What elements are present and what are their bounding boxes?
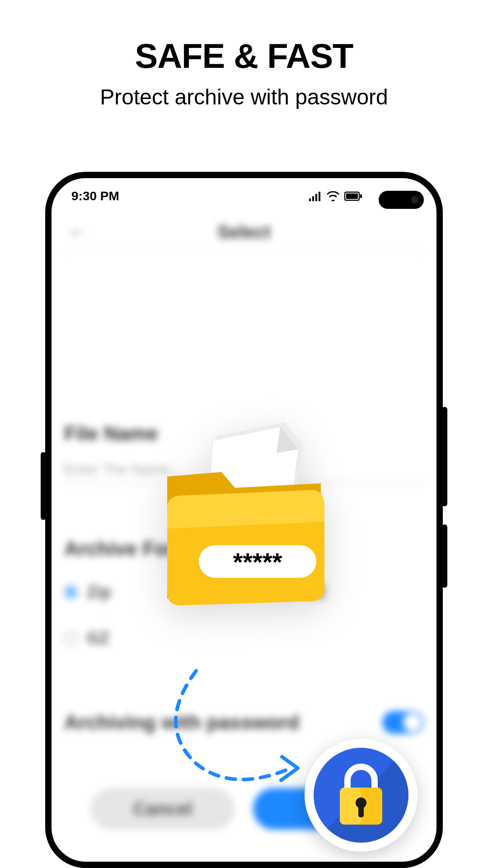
lock-badge [305,739,418,852]
wifi-icon [326,191,340,201]
svg-rect-5 [346,193,358,199]
battery-icon [344,191,362,201]
app-header: ← Select [64,214,424,250]
svg-rect-2 [315,194,317,201]
promo-subtitle: Protect archive with password [0,85,488,109]
folder-password-illustration: ***** [154,418,334,609]
phone-camera-pill [379,191,424,209]
password-mask-text: ***** [233,547,282,576]
arrow-illustration [142,666,314,793]
phone-camera-dot [411,196,418,203]
svg-rect-14 [358,805,364,817]
status-icons [309,191,362,201]
svg-rect-3 [319,192,320,201]
cancel-button[interactable]: Cancel [90,788,235,830]
status-time: 9:30 PM [71,189,119,203]
radio-dot-icon [64,632,78,645]
lock-icon [332,761,390,829]
svg-rect-0 [309,198,311,201]
password-toggle[interactable] [382,711,424,734]
radio-label: Zip [87,583,111,602]
back-icon[interactable]: ← [68,222,86,242]
radio-dot-icon [64,585,78,599]
svg-rect-6 [360,194,362,198]
svg-rect-1 [312,196,314,201]
promo-title: SAFE & FAST [0,36,488,75]
phone-side-button-power [442,524,447,588]
phone-side-button-volume [442,407,447,506]
radio-gz-2[interactable]: GZ [64,629,145,648]
cellular-icon [309,191,322,201]
phone-frame: 9:30 PM ← Select File Name Enter The Nam… [45,172,443,868]
status-bar: 9:30 PM [52,178,436,214]
radio-zip[interactable]: Zip [64,583,145,602]
phone-side-button-left [41,452,46,520]
radio-label: GZ [87,629,109,648]
app-header-title: Select [217,222,271,242]
lock-badge-inner [314,748,408,843]
